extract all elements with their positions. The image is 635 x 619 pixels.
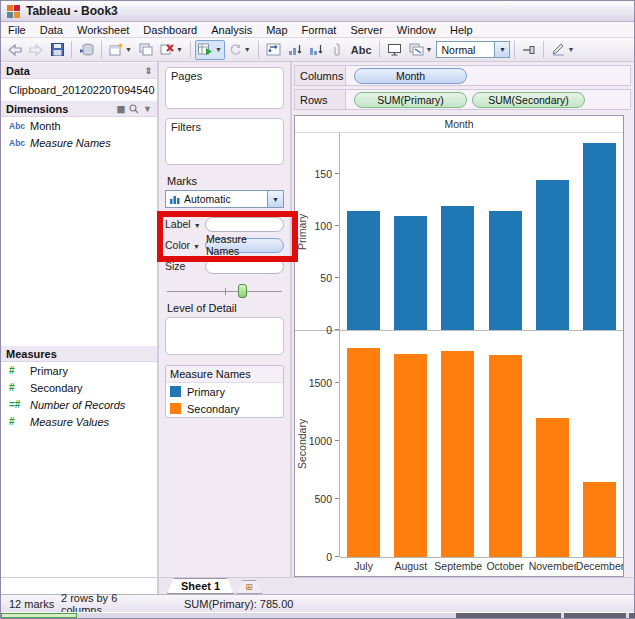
swap-axes-button[interactable] [263,40,284,60]
sort-descending-button[interactable] [306,40,326,60]
toolbar-separator [101,41,102,58]
abc-type-icon: Abc [9,121,25,131]
pill-month[interactable]: Month [354,68,467,84]
show-mark-labels-button[interactable]: Abc [348,40,375,60]
view-mode-value: Normal [437,44,494,56]
menu-window[interactable]: Window [390,22,443,37]
status-mark-count: 12 marks [1,598,61,610]
bar-december-primary[interactable] [583,143,616,330]
menu-file[interactable]: File [1,22,33,37]
dimensions-list: Abc Month Abc Measure Names [1,117,157,345]
rows-shelf-label: Rows [294,89,346,110]
dimension-field-month[interactable]: Abc Month [1,117,157,134]
pill-sum-secondary[interactable]: SUM(Secondary) [472,92,585,108]
bar-september-secondary[interactable] [441,351,474,557]
bar-october-secondary[interactable] [489,355,522,557]
sort-ascending-button[interactable] [285,40,305,60]
level-of-detail-shelf[interactable] [165,317,284,355]
run-update-icon [198,43,213,56]
bar-november-secondary[interactable] [536,418,569,557]
pill-sum-primary[interactable]: SUM(Primary) [354,92,467,108]
forward-button[interactable] [26,40,46,60]
tab-sheet1[interactable]: Sheet 1 [167,578,234,594]
legend-item-secondary[interactable]: Secondary [166,400,283,417]
color-shelf[interactable]: Color ▼ Measure Names [165,236,284,254]
y-axis-secondary[interactable]: Secondary050010001500 [295,331,340,557]
menu-help[interactable]: Help [443,22,480,37]
connect-data-button[interactable] [76,40,97,60]
view-data-icon[interactable]: ▦ [117,104,126,114]
combobox-drop-button[interactable]: ▼ [494,42,509,57]
back-button[interactable] [5,40,25,60]
pin-button[interactable] [519,40,539,60]
menu-server[interactable]: Server [343,22,389,37]
bar-december-secondary[interactable] [583,482,616,557]
menu-analysis[interactable]: Analysis [204,22,259,37]
data-connection[interactable]: Clipboard_20120220T094540 [1,79,157,100]
color-shelf-pill[interactable]: Measure Names [205,238,284,253]
duplicate-sheet-button[interactable] [136,40,156,60]
rows-shelf-body[interactable]: SUM(Primary) SUM(Secondary) [346,89,631,110]
chart-panes: Primary050100150Secondary050010001500 [295,133,623,557]
bar-october-primary[interactable] [489,211,522,330]
y-axis-primary[interactable]: Primary050100150 [295,133,340,330]
menu-map[interactable]: Map [259,22,294,37]
bar-july-secondary[interactable] [347,348,380,557]
auto-update-button[interactable]: ▼ [195,40,225,60]
y-tick-label: 0 [326,551,332,563]
slider-handle[interactable] [238,284,247,298]
size-shelf-target[interactable] [205,259,284,274]
group-members-button[interactable] [327,40,347,60]
field-label: Number of Records [30,399,125,411]
measure-field-secondary[interactable]: # Secondary [1,379,157,396]
status-bar: 12 marks 2 rows by 6 columns SUM(Primary… [1,594,634,612]
dimension-field-measure-names[interactable]: Abc Measure Names [1,134,157,151]
menu-data[interactable]: Data [33,22,70,37]
title-bar: Tableau - Book3 [1,1,634,22]
dimensions-header: Dimensions ▦ ▼ [1,100,157,117]
chart-column-header: Month [295,116,623,133]
bar-august-secondary[interactable] [394,354,427,557]
new-worksheet-button[interactable]: ▼ [106,40,135,60]
primary-color-swatch [170,386,181,397]
plot-area-secondary [340,331,623,557]
clear-sheet-button[interactable]: ▼ [157,40,186,60]
new-worksheet-tab[interactable]: ⊞ [236,580,262,594]
data-pane-sort-icon[interactable]: ⇕ [144,66,152,76]
measure-field-measure-values[interactable]: # Measure Values [1,413,157,430]
filters-shelf[interactable]: Filters [165,118,284,165]
search-icon[interactable] [129,104,139,114]
mark-type-dropdown[interactable]: Automatic ▼ [165,190,284,208]
menu-format[interactable]: Format [295,22,344,37]
bar-november-primary[interactable] [536,180,569,330]
mark-type-drop-button[interactable]: ▼ [267,191,283,207]
measure-field-primary[interactable]: # Primary [1,362,157,379]
bar-september-primary[interactable] [441,206,474,330]
highlight-button[interactable]: ▼ [548,40,577,60]
save-button[interactable] [47,40,67,60]
bar-july-primary[interactable] [347,211,380,330]
category-labels: JulyAugustSeptemberOctoberNovemberDecemb… [340,557,623,576]
fit-selector-button[interactable]: ▼ [406,40,436,60]
window-title: Tableau - Book3 [26,4,118,18]
label-shelf[interactable]: Label ▼ [165,215,284,233]
size-shelf[interactable]: Size [165,257,284,275]
transparency-slider[interactable] [167,283,282,299]
legend-item-primary[interactable]: Primary [166,383,283,400]
bar-august-primary[interactable] [394,216,427,330]
pages-shelf[interactable]: Pages [165,67,284,109]
columns-shelf-body[interactable]: Month [346,65,631,86]
toolbar-separator [543,41,544,58]
refresh-button[interactable]: ▼ [226,40,254,60]
x-category-label: November [529,558,576,576]
x-category-label: December [576,558,623,576]
chevron-down-icon[interactable]: ▼ [143,104,152,114]
y-axis-title: Secondary [296,331,308,557]
view-mode-combobox[interactable]: Normal ▼ [436,41,510,58]
menu-dashboard[interactable]: Dashboard [136,22,204,37]
menu-worksheet[interactable]: Worksheet [70,22,136,37]
measure-field-number-of-records[interactable]: =# Number of Records [1,396,157,413]
presentation-mode-button[interactable] [384,40,405,60]
dimensions-title: Dimensions [6,103,68,115]
label-shelf-target[interactable] [205,217,284,232]
